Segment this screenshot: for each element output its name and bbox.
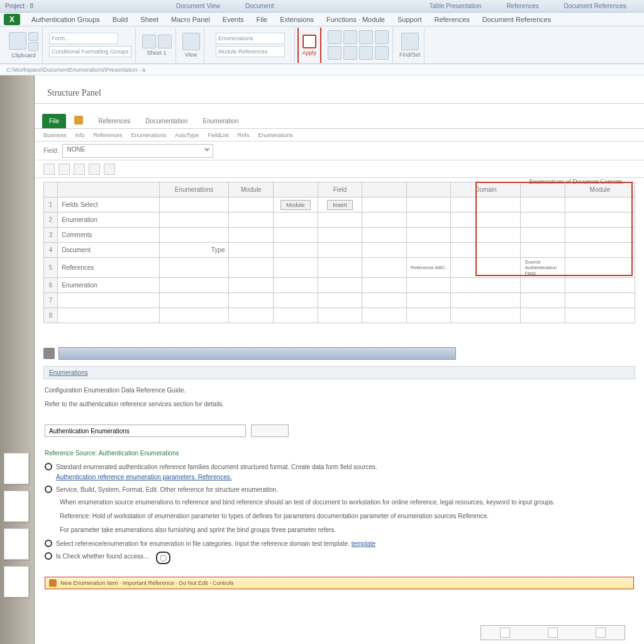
tab-documentation[interactable]: Documentation (138, 114, 194, 128)
radio-option-1[interactable]: Standard enumerated authentication refer… (45, 462, 634, 482)
ribbon-enum-2[interactable]: Module References (216, 46, 285, 57)
body-text-2: Reference Source: Authentication Enumera… (45, 448, 634, 567)
cell-btn-insert[interactable]: Insert (327, 200, 353, 210)
tool-icon-4[interactable] (375, 30, 389, 44)
ribbon-enum-1[interactable]: Enumerations (216, 33, 285, 44)
menubar: X Authentication Groups Build Sheet Macr… (0, 13, 644, 26)
menu-references[interactable]: References (428, 14, 476, 25)
link-template[interactable]: template (352, 540, 375, 547)
radio-option-2[interactable]: Service, Build, System, Format, Edit. Ot… (45, 485, 634, 495)
subtab-10[interactable]: Enumerations (258, 132, 293, 138)
subtab-7[interactable]: FieldList (208, 132, 229, 138)
mini-icon-4[interactable] (89, 164, 100, 175)
tool-icon-2[interactable] (343, 30, 357, 44)
pager-next-button[interactable] (596, 628, 606, 638)
menu-sheet[interactable]: Sheet (134, 14, 165, 25)
th-domain[interactable]: Domain (451, 182, 521, 197)
tool-icon-7[interactable] (359, 46, 373, 60)
ribbon-accent-label: Apply (303, 50, 317, 56)
copy-icon[interactable] (28, 42, 38, 51)
link-1[interactable]: Authentication reference enumeration par… (56, 474, 232, 480)
tool-icon-1[interactable] (328, 30, 341, 44)
find-icon[interactable] (401, 33, 419, 50)
body-text: Configuration Enumeration Data Reference… (45, 386, 634, 413)
menu-functions[interactable]: Functions · Module (320, 14, 391, 25)
page-thumb-4[interactable] (4, 566, 29, 597)
mini-icon-5[interactable] (104, 164, 115, 175)
ribbon-clipboard-label: Clipboard (11, 52, 36, 58)
menu-doc-refs[interactable]: Document References (476, 14, 557, 25)
paste-icon[interactable] (9, 32, 26, 50)
splitter-track[interactable] (58, 347, 456, 360)
cell-btn-module[interactable]: Module (280, 200, 311, 210)
table-row[interactable]: 6Enumeration (44, 278, 635, 293)
table-row[interactable]: 5ReferencesReference ABCSource Authentic… (44, 258, 635, 278)
radio-option-3[interactable]: Select reference/enumeration for enumera… (45, 539, 634, 549)
page-thumb-3[interactable] (4, 528, 29, 560)
view-icon[interactable] (182, 33, 200, 50)
ref-source-input[interactable] (45, 425, 246, 437)
radio-icon[interactable] (45, 540, 52, 547)
mini-icon-3[interactable] (74, 164, 85, 175)
subtab-3[interactable]: References (94, 132, 123, 138)
sheet-icon-2[interactable] (158, 35, 172, 48)
radio-icon[interactable] (45, 552, 52, 560)
subtab-4[interactable]: Enumerations (131, 132, 167, 138)
tab-file[interactable]: File (42, 114, 66, 128)
table-row[interactable]: 2Enumeration (44, 213, 635, 228)
mode-dropdown[interactable] (251, 425, 289, 437)
cell-name-1[interactable]: Fields Select (58, 197, 159, 213)
subtab-2[interactable]: Info (75, 132, 85, 138)
th-field[interactable]: Field (318, 182, 362, 197)
sheet-icon-1[interactable] (142, 35, 156, 48)
table-row[interactable]: 1 Fields Select Module Insert (44, 197, 635, 213)
app-logo-icon[interactable]: X (4, 14, 20, 25)
page-thumb-2[interactable] (4, 491, 29, 522)
ribbon-form-selector[interactable]: Form... (49, 33, 118, 44)
tab-icon-folder[interactable] (67, 112, 90, 128)
tab-references[interactable]: References (91, 114, 137, 128)
ribbon-cond-format[interactable]: Conditional Formatting Groups (49, 46, 131, 57)
menu-support[interactable]: Support (391, 14, 428, 25)
table-row[interactable]: 7 (44, 293, 635, 308)
radio-icon[interactable] (45, 463, 52, 470)
pager-prev-button[interactable] (500, 628, 510, 638)
document-pane: Structure Panel File References Document… (35, 75, 644, 644)
menu-macro[interactable]: Macro Panel (165, 14, 216, 25)
subtab-8[interactable]: Refs (238, 132, 250, 138)
tool-icon-3[interactable] (359, 30, 373, 44)
table-row[interactable]: 8 (44, 308, 635, 323)
menu-build[interactable]: Build (106, 14, 134, 25)
data-table: Enumerations Module Field Domain Module … (43, 182, 635, 323)
para-2: Refer to the authentication reference se… (45, 399, 634, 409)
radio-option-4[interactable]: Is Check whether found access…◯ (45, 552, 634, 564)
titlebar-group-2: Table Presentation (430, 3, 482, 9)
radio-icon[interactable] (45, 486, 52, 493)
th-module[interactable]: Module (229, 182, 274, 197)
fx-selector[interactable]: NONE (62, 144, 213, 158)
tool-icon-5[interactable] (328, 46, 341, 60)
mini-icon-1[interactable] (43, 164, 55, 175)
tab-enumeration[interactable]: Enumeration (196, 114, 246, 128)
tool-icon-8[interactable] (375, 46, 389, 60)
ellipsis-icon[interactable]: ◯ (156, 552, 170, 564)
table-row[interactable]: 4DocumentType (44, 243, 635, 258)
cut-icon[interactable] (28, 32, 38, 41)
mini-icon-2[interactable] (58, 164, 70, 175)
page-thumb-1[interactable] (4, 453, 29, 484)
subtab-5[interactable]: AutoType (175, 132, 199, 138)
table-row[interactable]: 3Comments (44, 228, 635, 243)
splitter-handle-icon[interactable] (43, 348, 55, 359)
section-header[interactable]: Enumerations (43, 366, 635, 379)
th-enum[interactable]: Enumerations (159, 182, 229, 197)
tool-icon-6[interactable] (343, 46, 357, 60)
menu-events[interactable]: Events (216, 14, 250, 25)
subtab-0[interactable]: Business (43, 132, 67, 138)
menu-extensions[interactable]: Extensions (274, 14, 320, 25)
menu-auth-groups[interactable]: Authentication Groups (25, 14, 106, 25)
accent-icon[interactable] (303, 35, 316, 48)
ribbon-tools-group (324, 28, 393, 63)
pager-mid-button[interactable] (548, 628, 558, 638)
splitter-bar[interactable] (43, 346, 635, 361)
menu-file[interactable]: File (250, 14, 274, 25)
